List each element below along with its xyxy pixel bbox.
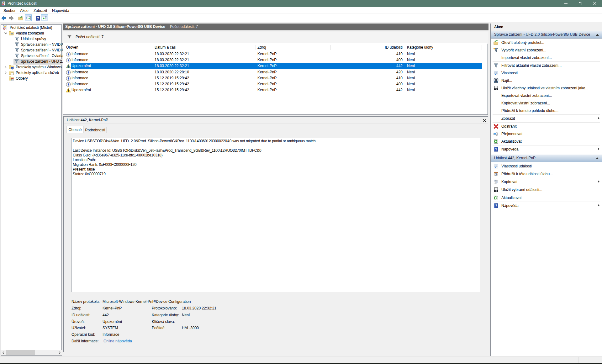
svg-text:?: ? <box>37 16 39 21</box>
